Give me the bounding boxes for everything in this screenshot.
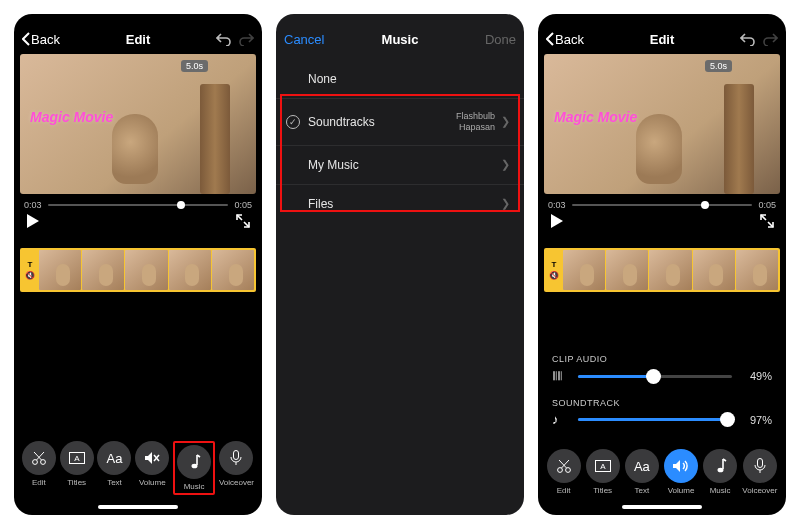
- redo-button[interactable]: [762, 32, 778, 46]
- preview-scratchpost: [200, 84, 230, 194]
- title-overlay: Magic Movie: [554, 109, 637, 125]
- nav-title: Music: [382, 32, 419, 47]
- clip-audio-label: CLIP AUDIO: [552, 354, 772, 364]
- undo-button[interactable]: [216, 32, 232, 46]
- tool-music[interactable]: Music: [173, 441, 215, 495]
- clip-audio-slider[interactable]: [578, 375, 732, 378]
- back-label: Back: [31, 32, 60, 47]
- clip-audio-value: 49%: [742, 370, 772, 382]
- fullscreen-button[interactable]: [236, 214, 250, 228]
- clip-thumb[interactable]: [82, 250, 124, 290]
- title-overlay: Magic Movie: [30, 109, 113, 125]
- done-button[interactable]: Done: [485, 32, 516, 47]
- row-soundtracks[interactable]: ✓ Soundtracks FlashbulbHapasan ❯: [276, 99, 524, 146]
- scrubber[interactable]: [48, 204, 229, 206]
- tool-volume[interactable]: Volume: [664, 449, 698, 495]
- svg-point-1: [40, 460, 45, 465]
- clip-text-marker: T🔇: [546, 250, 562, 290]
- music-note-icon: ♪: [552, 412, 568, 427]
- play-button[interactable]: [26, 214, 40, 228]
- redo-icon: [762, 32, 778, 46]
- cancel-button[interactable]: Cancel: [284, 32, 324, 47]
- time-row: 0:03 0:05: [14, 194, 262, 212]
- microphone-icon: [230, 450, 242, 466]
- clip-thumb[interactable]: [212, 250, 254, 290]
- row-none[interactable]: None: [276, 60, 524, 99]
- clip-timeline[interactable]: T🔇: [20, 248, 256, 292]
- clip-thumb[interactable]: [736, 250, 778, 290]
- tool-volume[interactable]: Volume: [135, 441, 169, 495]
- tool-edit[interactable]: Edit: [22, 441, 56, 495]
- scissors-icon: [556, 458, 572, 474]
- tool-label: Titles: [67, 478, 86, 487]
- redo-button[interactable]: [238, 32, 254, 46]
- time-end: 0:05: [758, 200, 776, 210]
- music-note-icon: [713, 458, 727, 474]
- row-subtitle: FlashbulbHapasan: [456, 111, 495, 133]
- preview-cat: [112, 114, 158, 184]
- chevron-left-icon: [546, 32, 555, 46]
- back-label: Back: [555, 32, 584, 47]
- tool-label: Edit: [32, 478, 46, 487]
- time-current: 0:03: [24, 200, 42, 210]
- soundtrack-slider[interactable]: [578, 418, 732, 421]
- clip-thumb[interactable]: [693, 250, 735, 290]
- music-source-list: None ✓ Soundtracks FlashbulbHapasan ❯ My…: [276, 54, 524, 515]
- tool-label: Voiceover: [742, 486, 777, 495]
- scissors-icon: [31, 450, 47, 466]
- editor-toolbar: Edit ATitles AaText Volume Music Voiceov…: [538, 441, 786, 501]
- tool-label: Volume: [139, 478, 166, 487]
- video-preview[interactable]: Magic Movie 5.0s: [544, 54, 780, 194]
- video-preview[interactable]: Magic Movie 5.0s: [20, 54, 256, 194]
- clip-timeline[interactable]: T🔇: [544, 248, 780, 292]
- svg-point-4: [192, 464, 198, 469]
- svg-rect-11: [757, 459, 762, 468]
- clip-thumb[interactable]: [39, 250, 81, 290]
- tool-titles[interactable]: ATitles: [60, 441, 94, 495]
- clip-thumb[interactable]: [606, 250, 648, 290]
- fullscreen-button[interactable]: [760, 214, 774, 228]
- row-my-music[interactable]: My Music ❯: [276, 146, 524, 185]
- clip-thumb[interactable]: [169, 250, 211, 290]
- svg-point-0: [32, 460, 37, 465]
- tool-voiceover[interactable]: Voiceover: [219, 441, 254, 495]
- undo-button[interactable]: [740, 32, 756, 46]
- expand-icon: [760, 214, 774, 228]
- back-button[interactable]: Back: [22, 32, 60, 47]
- clip-thumb[interactable]: [125, 250, 167, 290]
- play-button[interactable]: [550, 214, 564, 228]
- tool-voiceover[interactable]: Voiceover: [742, 449, 777, 495]
- tool-text[interactable]: AaText: [625, 449, 659, 495]
- tool-label: Voiceover: [219, 478, 254, 487]
- expand-icon: [236, 214, 250, 228]
- clip-text-marker: T🔇: [22, 250, 38, 290]
- back-button[interactable]: Back: [546, 32, 584, 47]
- row-files[interactable]: Files ❯: [276, 185, 524, 223]
- volume-mute-icon: [144, 451, 160, 465]
- clip-thumb[interactable]: [649, 250, 691, 290]
- home-indicator[interactable]: [98, 505, 178, 509]
- redo-icon: [238, 32, 254, 46]
- tool-music[interactable]: Music: [703, 449, 737, 495]
- svg-point-7: [565, 468, 570, 473]
- chevron-right-icon: ❯: [501, 115, 510, 128]
- svg-rect-5: [234, 451, 239, 460]
- time-end: 0:05: [234, 200, 252, 210]
- tool-titles[interactable]: ATitles: [586, 449, 620, 495]
- status-bar: [538, 14, 786, 24]
- scrubber[interactable]: [572, 204, 753, 206]
- tool-label: Text: [635, 486, 650, 495]
- tool-edit[interactable]: Edit: [547, 449, 581, 495]
- tool-text[interactable]: AaText: [97, 441, 131, 495]
- chevron-right-icon: ❯: [501, 197, 510, 210]
- undo-icon: [216, 32, 232, 46]
- row-label: None: [308, 72, 337, 86]
- status-bar: [276, 14, 524, 24]
- clip-thumb[interactable]: [563, 250, 605, 290]
- waveform-icon: ⦀⦀: [552, 368, 568, 384]
- nav-bar: Back Edit: [538, 24, 786, 54]
- home-indicator[interactable]: [622, 505, 702, 509]
- music-picker-screen: Cancel Music Done None ✓ Soundtracks Fla…: [276, 14, 524, 515]
- titles-icon: A: [69, 452, 85, 464]
- editor-screen-volume: Back Edit Magic Movie 5.0s 0:03 0:05 T🔇 …: [538, 14, 786, 515]
